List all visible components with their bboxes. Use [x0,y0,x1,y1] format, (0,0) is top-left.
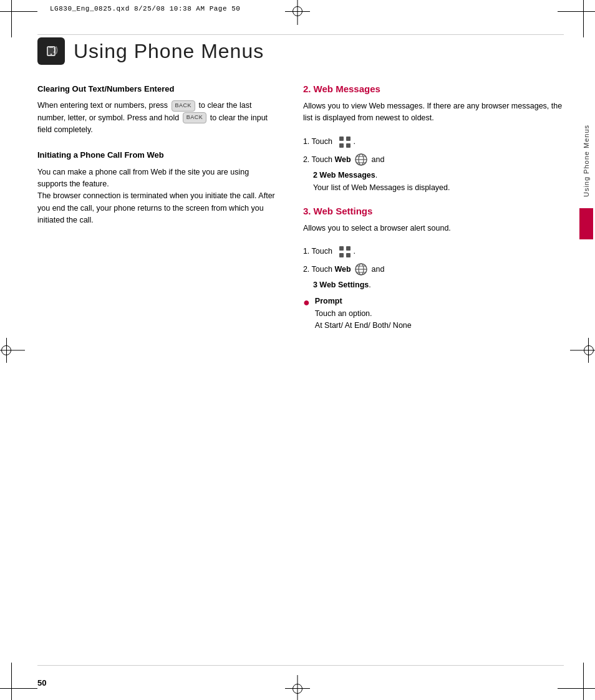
step2-prefix: 2. Touch Web [303,154,351,166]
web-messages-sub: Your list of Web Messages is displayed. [303,183,564,192]
hr-bottom [37,665,564,666]
back-button-icon: BACK [172,100,196,112]
bullet-body: Touch an option. [315,308,412,320]
web-icon-1 [354,153,368,166]
web-messages-intro: Allows you to view Web messages. If ther… [303,100,564,125]
step1-suffix: . [353,136,355,148]
section-phone-call-web: Initiating a Phone Call From Web You can… [37,150,278,226]
section-web-messages: 2. Web Messages Allows you to view Web m… [303,84,564,192]
ws-step2-and: and [369,264,384,276]
svg-rect-12 [339,246,344,251]
step1-num: 1. Touch [303,136,332,148]
web-settings-step2: 2. Touch Web and [303,263,564,277]
crop-mark-br-h [558,688,595,689]
bullet-label: Prompt [315,295,412,307]
page-header: Using Phone Menus [37,37,564,65]
bullet-dot: ● [303,295,310,310]
grid-icon-2 [338,245,352,259]
left-column: Clearing Out Text/Numbers Entered When e… [37,84,278,335]
svg-rect-4 [346,137,351,141]
web-settings-intro: Allows you to select a browser alert sou… [303,223,564,234]
svg-rect-6 [346,143,351,148]
right-column: 2. Web Messages Allows you to view Web m… [303,84,564,335]
reg-mark-right-circle [584,345,594,355]
web-messages-step1: 1. Touch . [303,136,564,150]
section1-body: When entering text or numbers, press BAC… [37,100,278,136]
svg-rect-3 [339,137,344,141]
section-clearing-text: Clearing Out Text/Numbers Entered When e… [37,84,278,136]
crop-mark-bl-v [11,663,12,700]
web-icon-2 [354,262,368,276]
svg-rect-5 [339,143,344,148]
sidebar-tab-bar [579,208,593,239]
crop-mark-bl-h [0,688,37,689]
reg-mark-top-circle [293,6,302,16]
ws-step1-num: 1. Touch [303,246,332,257]
ws-step2-prefix: 2. Touch Web [303,264,351,276]
section1-heading: Clearing Out Text/Numbers Entered [37,84,278,95]
phone-icon [37,37,65,65]
svg-rect-15 [346,253,351,257]
crop-mark-tr-v [583,0,584,37]
grid-icon-1 [338,135,352,149]
crop-mark-tl-v [11,0,12,37]
main-content: Using Phone Menus Clearing Out Text/Numb… [37,37,564,663]
page-number: 50 [37,678,46,688]
svg-rect-14 [339,253,344,257]
file-info: LG830_Eng_0825.qxd 8/25/08 10:38 AM Page… [50,5,240,12]
two-col-layout: Clearing Out Text/Numbers Entered When e… [37,84,564,335]
sidebar-tab-label: Using Phone Menus [583,125,590,197]
step2-bold2-web-messages: 2 Web Messages. [303,171,564,180]
svg-point-1 [51,54,52,55]
svg-rect-2 [49,47,53,48]
bullet-prompt: ● Prompt Touch an option. At Start/ At E… [303,295,564,332]
bullet-content: Prompt Touch an option. At Start/ At End… [315,295,412,332]
step2-bold2-web-settings: 3 Web Settings. [303,280,564,289]
web-messages-step2: 2. Touch Web and [303,153,564,167]
crop-mark-br-v [583,663,584,700]
crop-mark-tr-h [558,11,595,12]
back-button-hold-icon: BACK [183,112,207,123]
hr-top [37,34,564,35]
web-settings-heading: 3. Web Settings [303,206,564,216]
ws-step1-suffix: . [353,246,355,257]
section-web-settings: 3. Web Settings Allows you to select a b… [303,206,564,332]
reg-mark-left-circle [1,345,11,355]
bullet-options: At Start/ At End/ Both/ None [315,320,412,332]
page-title: Using Phone Menus [74,40,264,63]
sidebar-tab: Using Phone Menus [578,125,595,287]
crop-mark-tl-h [0,11,37,12]
web-settings-step1: 1. Touch . [303,246,564,259]
svg-rect-13 [346,246,351,251]
reg-mark-bottom-circle [293,684,302,694]
section2-heading: Initiating a Phone Call From Web [37,150,278,161]
web-messages-heading: 2. Web Messages [303,84,564,94]
section2-body: You can make a phone call from Web if th… [37,166,278,227]
step2-and: and [369,154,384,166]
